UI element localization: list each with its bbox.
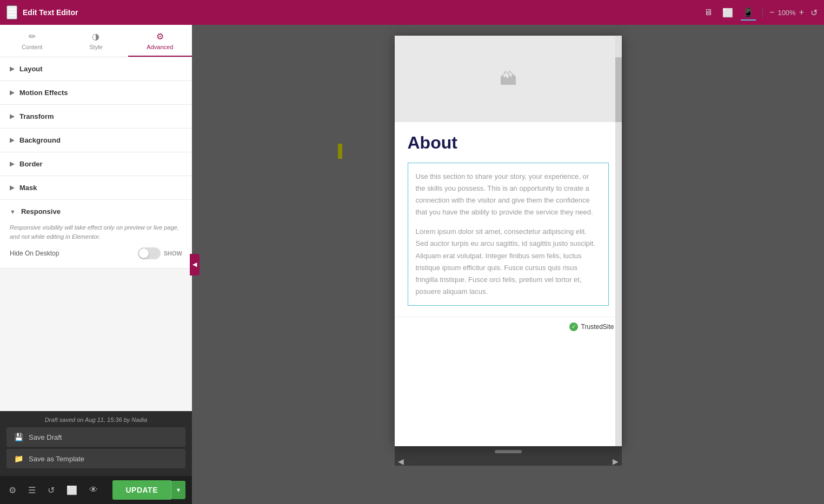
zoom-value: 100% [778, 9, 795, 17]
top-bar-left: ☰ Edit Text Editor [6, 5, 78, 19]
tab-advanced[interactable]: ⚙ Advanced [128, 25, 192, 57]
accordion-header-motion-effects[interactable]: ▶ Motion Effects [0, 81, 192, 104]
chevron-down-icon: ▼ [10, 209, 16, 215]
preview-scrollbar-thumb [615, 57, 622, 122]
settings-button[interactable]: ⚙ [6, 483, 18, 498]
paragraph-1: Use this section to share your story, yo… [416, 171, 601, 218]
page-title: Edit Text Editor [23, 8, 78, 17]
accordion-header-layout[interactable]: ▶ Layout [0, 57, 192, 80]
advanced-tab-icon: ⚙ [156, 31, 164, 42]
chevron-right-icon: ▶ [10, 184, 14, 191]
layers-button[interactable]: ☰ [26, 483, 38, 498]
top-bar: ☰ Edit Text Editor 🖥 ⬜ 📱 − 100% + ↺ [0, 0, 824, 25]
chevron-right-icon: ▶ [10, 113, 14, 120]
accordion-item-responsive: ▼ Responsive Responsive visibility will … [0, 200, 192, 268]
history-button[interactable]: ↺ [45, 483, 57, 498]
accordion-item-motion-effects: ▶ Motion Effects [0, 81, 192, 105]
update-button[interactable]: UPDATE [112, 480, 171, 500]
save-draft-label: Save Draft [29, 433, 62, 441]
divider [762, 7, 763, 18]
background-label: Background [19, 136, 61, 144]
save-template-icon: 📁 [14, 454, 23, 463]
about-section: About Use this section to share your sto… [395, 122, 622, 317]
style-tab-label: Style [89, 44, 102, 50]
accordion-header-mask[interactable]: ▶ Mask [0, 176, 192, 199]
responsive-label: Responsive [21, 207, 61, 216]
hide-on-desktop-row: Hide On Desktop SHOW [10, 247, 182, 259]
desktop-device-button[interactable]: 🖥 [702, 5, 715, 19]
toggle-track[interactable] [138, 247, 161, 259]
accordion-header-border[interactable]: ▶ Border [0, 152, 192, 176]
paragraph-2: Lorem ipsum dolor sit amet, consectetur … [416, 226, 601, 298]
preview-frame: 🏔 About Use this section to share your s… [395, 36, 622, 446]
chevron-right-icon: ▶ [10, 89, 14, 96]
toggle-label: SHOW [164, 250, 182, 257]
image-icon: 🏔 [500, 69, 517, 89]
transform-label: Transform [19, 112, 54, 120]
hamburger-menu-button[interactable]: ☰ [6, 5, 17, 19]
accordion-item-layout: ▶ Layout [0, 57, 192, 81]
content-tab-icon: ✏ [29, 31, 36, 42]
scroll-right-button[interactable]: ▶ [609, 457, 622, 466]
update-dropdown-button[interactable]: ▾ [171, 481, 185, 499]
tablet-device-button[interactable]: ⬜ [720, 5, 735, 20]
horizontal-scrollbar-thumb[interactable] [495, 450, 522, 453]
left-panel: ✏ Content ◑ Style ⚙ Advanced ▶ Layout [0, 25, 192, 504]
trusted-check-icon: ✓ [569, 322, 578, 331]
mask-label: Mask [19, 184, 37, 192]
accordion-header-responsive[interactable]: ▼ Responsive [0, 200, 192, 223]
responsive-mode-button[interactable]: ⬜ [64, 483, 79, 498]
image-placeholder: 🏔 [395, 36, 622, 122]
bottom-toolbar: ⚙ ☰ ↺ ⬜ 👁 UPDATE ▾ [0, 476, 192, 504]
responsive-note: Responsive visibility will take effect o… [10, 223, 182, 241]
accordion-header-transform[interactable]: ▶ Transform [0, 105, 192, 128]
border-label: Border [19, 160, 43, 168]
top-bar-right: 🖥 ⬜ 📱 − 100% + ↺ [702, 5, 818, 21]
preview-button[interactable]: 👁 [87, 483, 100, 497]
accordion-item-transform: ▶ Transform [0, 105, 192, 129]
layout-label: Layout [19, 65, 43, 73]
draft-saved-text: Draft saved on Aug 11, 15:36 by Nadia [6, 416, 185, 423]
accordion-list: ▶ Layout ▶ Motion Effects ▶ Transform [0, 57, 192, 411]
accordion-item-border: ▶ Border [0, 152, 192, 176]
motion-effects-label: Motion Effects [19, 89, 68, 97]
accordion-item-background: ▶ Background [0, 129, 192, 152]
panel-collapse-button[interactable]: ◀ [190, 254, 200, 275]
save-template-button[interactable]: 📁 Save as Template [6, 449, 185, 468]
content-tab-label: Content [22, 44, 43, 50]
toggle-switch[interactable]: SHOW [138, 247, 182, 259]
zoom-in-button[interactable]: + [799, 8, 804, 17]
save-template-label: Save as Template [29, 455, 84, 463]
tab-style[interactable]: ◑ Style [64, 25, 128, 57]
chevron-right-icon: ▶ [10, 160, 14, 167]
tab-content[interactable]: ✏ Content [0, 25, 64, 57]
about-title: About [408, 133, 609, 153]
hide-on-desktop-label: Hide On Desktop [10, 250, 59, 257]
bottom-panel: Draft saved on Aug 11, 15:36 by Nadia 💾 … [0, 411, 192, 476]
accordion-header-background[interactable]: ▶ Background [0, 129, 192, 152]
save-draft-icon: 💾 [14, 433, 23, 441]
accordion-item-mask: ▶ Mask [0, 176, 192, 200]
advanced-tab-label: Advanced [147, 44, 173, 50]
mobile-device-button[interactable]: 📱 [741, 5, 756, 21]
chevron-right-icon: ▶ [10, 65, 14, 72]
marker-dot [338, 144, 342, 159]
tab-bar: ✏ Content ◑ Style ⚙ Advanced [0, 25, 192, 57]
device-icons: 🖥 ⬜ 📱 [702, 5, 756, 21]
trusted-site-badge: ✓ TrustedSite [395, 317, 622, 337]
zoom-out-button[interactable]: − [769, 8, 774, 17]
preview-scrollbar-right[interactable] [615, 36, 622, 446]
scroll-left-button[interactable]: ◀ [395, 457, 407, 466]
zoom-controls: − 100% + [769, 8, 804, 17]
undo-button[interactable]: ↺ [810, 8, 818, 18]
right-canvas: 🏔 About Use this section to share your s… [192, 25, 824, 504]
update-btn-wrapper: UPDATE ▾ [112, 480, 185, 500]
responsive-content: Responsive visibility will take effect o… [0, 223, 192, 268]
style-tab-icon: ◑ [92, 31, 99, 42]
text-editor-area[interactable]: Use this section to share your story, yo… [408, 163, 609, 306]
toggle-thumb [139, 248, 149, 258]
main-layout: ✏ Content ◑ Style ⚙ Advanced ▶ Layout [0, 25, 824, 504]
chevron-right-icon: ▶ [10, 137, 14, 144]
trusted-site-label: TrustedSite [581, 323, 614, 331]
save-draft-button[interactable]: 💾 Save Draft [6, 427, 185, 447]
